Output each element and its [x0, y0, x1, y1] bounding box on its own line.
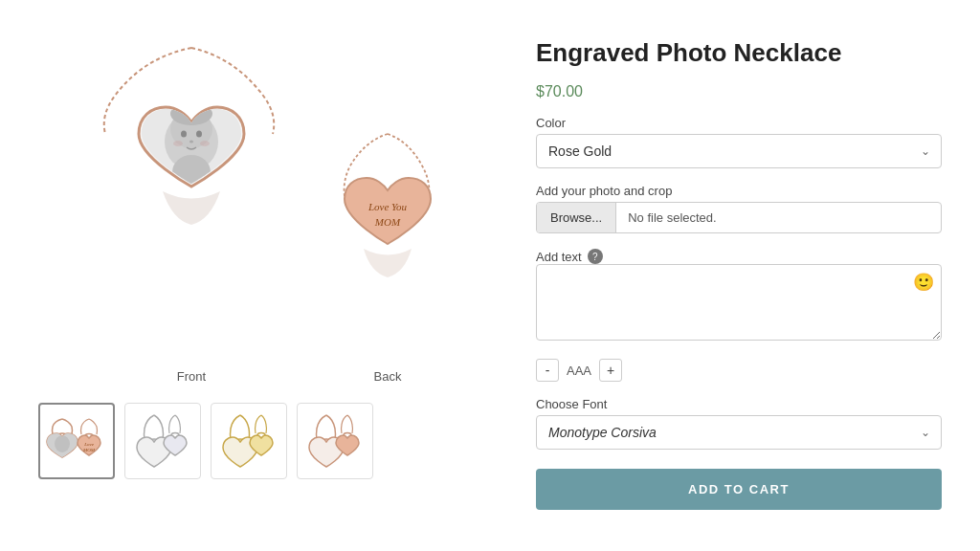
svg-text:MOM: MOM: [374, 216, 401, 228]
thumbnail-2[interactable]: [124, 403, 201, 479]
font-select-wrapper: Monotype Corsiva Arial Times New Roman ⌄: [536, 415, 942, 450]
engraving-text-input[interactable]: [536, 264, 942, 341]
left-panel: Front Love You MOM Bac: [38, 29, 498, 510]
thumbnail-4[interactable]: [297, 403, 373, 479]
photo-section: Add your photo and crop Browse... No fil…: [536, 184, 942, 233]
thumb3-svg: [215, 408, 282, 474]
back-label: Back: [374, 369, 402, 384]
font-size-decrease-button[interactable]: -: [536, 359, 559, 382]
font-label: Choose Font: [536, 397, 942, 411]
file-input-row: Browse... No file selected.: [536, 202, 942, 233]
thumbnail-3[interactable]: [211, 403, 287, 479]
font-size-row: - AAA +: [536, 359, 942, 382]
browse-button[interactable]: Browse...: [537, 203, 616, 232]
svg-point-6: [196, 131, 202, 138]
thumbnail-1[interactable]: Love MOM: [38, 403, 115, 479]
color-section: Color Rose Gold Silver Gold ⌄: [536, 116, 942, 168]
add-text-row: Add text ?: [536, 249, 942, 264]
emoji-button[interactable]: 🙂: [913, 272, 934, 293]
color-select[interactable]: Rose Gold Silver Gold: [536, 134, 942, 168]
svg-text:MOM: MOM: [82, 448, 96, 452]
svg-text:Love You: Love You: [368, 201, 408, 212]
necklace-back: Love You MOM Back: [325, 124, 450, 384]
color-select-wrapper: Rose Gold Silver Gold ⌄: [536, 134, 942, 168]
svg-point-8: [173, 141, 183, 146]
product-title: Engraved Photo Necklace: [536, 38, 942, 68]
file-name-label: No file selected.: [616, 203, 941, 232]
help-icon[interactable]: ?: [588, 249, 603, 264]
front-label: Front: [177, 369, 206, 384]
svg-point-9: [200, 141, 210, 146]
right-panel: Engraved Photo Necklace $70.00 Color Ros…: [536, 29, 942, 510]
svg-point-7: [189, 141, 193, 143]
product-price: $70.00: [536, 83, 942, 100]
add-to-cart-button[interactable]: ADD TO CART: [536, 469, 942, 510]
font-section: Choose Font Monotype Corsiva Arial Times…: [536, 397, 942, 450]
thumbnails-row: Love MOM: [38, 397, 498, 485]
add-text-label: Add text: [536, 250, 582, 264]
thumb4-svg: [301, 408, 368, 474]
svg-point-16: [55, 435, 70, 452]
color-label: Color: [536, 116, 942, 130]
font-size-increase-button[interactable]: +: [599, 359, 622, 382]
main-image-area: Front Love You MOM Bac: [38, 29, 498, 384]
back-necklace-svg: Love You MOM: [325, 124, 450, 364]
text-section: Add text ? 🙂: [536, 249, 942, 343]
photo-label: Add your photo and crop: [536, 184, 942, 198]
thumb1-svg: Love MOM: [43, 408, 110, 474]
thumb2-svg: [129, 408, 196, 474]
necklace-front: Front: [86, 38, 297, 384]
svg-text:Love: Love: [83, 442, 95, 447]
front-necklace-svg: [86, 38, 297, 364]
text-area-wrap: 🙂: [536, 264, 942, 343]
font-select[interactable]: Monotype Corsiva Arial Times New Roman: [536, 415, 942, 450]
font-size-indicator: AAA: [567, 364, 591, 378]
svg-point-5: [181, 131, 187, 138]
